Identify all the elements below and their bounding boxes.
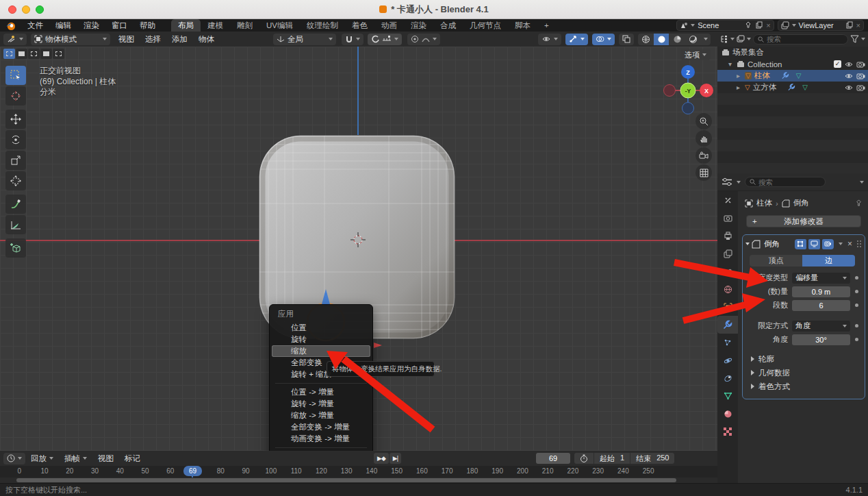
topbar-menu[interactable]: 编辑: [49, 19, 77, 32]
topbar-menu[interactable]: 帮助: [133, 19, 162, 32]
proportional-editing-group[interactable]: [407, 34, 440, 45]
disable-render-camera-icon[interactable]: [856, 84, 865, 91]
shading-wireframe-button[interactable]: [638, 34, 653, 45]
tab-edges[interactable]: 边: [802, 255, 855, 266]
tab-output[interactable]: [717, 227, 738, 245]
workspace-tab[interactable]: 合成: [433, 19, 463, 32]
new-viewlayer-icon[interactable]: [845, 21, 854, 29]
drag-handle-icon[interactable]: [856, 240, 862, 248]
overlays-toggle[interactable]: [592, 34, 615, 45]
tool-move[interactable]: [5, 110, 26, 129]
context-menu-item[interactable]: 缩放: [272, 345, 370, 357]
tab-modifiers[interactable]: [717, 316, 738, 334]
tab-render[interactable]: [717, 209, 738, 227]
breadcrumb-object[interactable]: 柱体: [756, 198, 772, 208]
timeline-scrollbar-thumb[interactable]: [16, 478, 676, 482]
scene-selector[interactable]: Scene ×: [676, 20, 774, 31]
remove-modifier-icon[interactable]: ×: [847, 239, 852, 249]
amount-field[interactable]: 0.9 m: [792, 286, 850, 297]
collection-checkbox[interactable]: ✓: [834, 60, 841, 68]
viewport-menu[interactable]: 视图: [113, 34, 140, 45]
tab-view-layer[interactable]: [717, 245, 738, 262]
viewport-menu[interactable]: 选择: [140, 34, 166, 45]
next-keyframe-button[interactable]: ▶◆: [374, 453, 389, 464]
outliner-filter-icon[interactable]: [737, 35, 745, 43]
angle-field[interactable]: 30°: [792, 334, 850, 345]
tab-object[interactable]: [717, 298, 738, 316]
remove-viewlayer-icon[interactable]: ×: [856, 21, 860, 29]
tab-vertices[interactable]: 顶点: [750, 255, 802, 266]
context-menu-item[interactable]: 全部变换 -> 增量: [272, 421, 370, 433]
tab-material[interactable]: [717, 405, 738, 423]
workspace-tab[interactable]: 布局: [171, 19, 201, 32]
animate-dot-icon[interactable]: [855, 290, 858, 293]
segments-field[interactable]: 6: [792, 300, 850, 311]
workspace-tab[interactable]: 建模: [201, 19, 230, 32]
outliner-row-object[interactable]: ▸ ▽ 立方体 ▽: [717, 82, 868, 93]
ortho-toggle-button[interactable]: [695, 164, 712, 181]
editor-type-button[interactable]: [3, 34, 27, 45]
modifier-name[interactable]: 倒角: [764, 239, 791, 249]
snapping-group[interactable]: [342, 34, 363, 45]
jump-to-end-button[interactable]: ▶|: [390, 453, 401, 464]
tab-tool[interactable]: [717, 191, 738, 209]
outliner-row-scene-collection[interactable]: 场景集合: [717, 47, 868, 58]
collapsed-section[interactable]: 着色方式: [745, 380, 862, 393]
workspace-tab[interactable]: 雕刻: [230, 19, 259, 32]
visibility-dropdown[interactable]: [538, 34, 561, 45]
keying-menu[interactable]: 插帧: [59, 454, 92, 464]
select-mode-extend[interactable]: [16, 49, 27, 59]
playback-menu[interactable]: 回放: [25, 454, 59, 464]
expand-caret-icon[interactable]: ▸: [737, 72, 742, 79]
tab-object-data[interactable]: [717, 387, 738, 405]
camera-view-button[interactable]: [695, 147, 712, 164]
outliner-search[interactable]: [753, 34, 848, 45]
tab-world[interactable]: [717, 280, 738, 298]
hide-eye-icon[interactable]: [844, 84, 854, 91]
width-type-dropdown[interactable]: 偏移量: [792, 273, 850, 284]
current-frame-field[interactable]: 69: [536, 453, 570, 464]
shading-material-button[interactable]: [669, 34, 685, 45]
timeline-editor-button[interactable]: [3, 453, 25, 464]
topbar-menu[interactable]: 渲染: [77, 19, 105, 32]
limit-method-dropdown[interactable]: 角度: [792, 321, 850, 332]
disable-render-camera-icon[interactable]: [856, 73, 865, 79]
timeline-scrollbar[interactable]: [0, 478, 717, 483]
viewport-3d[interactable]: 物体模式 视图选择添加物体 全局: [0, 32, 717, 451]
workspace-tab[interactable]: 渲染: [404, 19, 433, 32]
tab-physics[interactable]: [717, 351, 738, 369]
properties-search[interactable]: [745, 177, 826, 187]
context-menu-item[interactable]: 缩放 -> 增量: [272, 410, 370, 421]
tool-add-cube[interactable]: [5, 238, 26, 258]
topbar-menu[interactable]: 文件: [21, 19, 49, 32]
shading-rendered-button[interactable]: [685, 34, 700, 45]
workspace-tab[interactable]: 纹理绘制: [300, 19, 345, 32]
properties-search-input[interactable]: [758, 178, 806, 186]
tool-scale[interactable]: [5, 151, 26, 170]
expand-caret-icon[interactable]: ▾: [728, 60, 734, 68]
tool-annotate[interactable]: [5, 195, 26, 214]
collapsed-section[interactable]: 几何数据: [745, 366, 862, 380]
expand-caret-icon[interactable]: ▸: [737, 84, 742, 91]
viewport-options-button[interactable]: 选项: [680, 49, 711, 60]
tab-constraints[interactable]: [717, 369, 738, 387]
timeline-ruler[interactable]: 0102030405060708090100110120130140150160…: [0, 466, 717, 478]
context-menu-item[interactable]: 旋转 -> 增量: [272, 398, 370, 410]
pin-icon[interactable]: [744, 21, 752, 29]
modifier-extras-chevron-icon[interactable]: [839, 243, 843, 245]
animate-dot-icon[interactable]: [855, 338, 858, 341]
disable-render-camera-icon[interactable]: [856, 61, 865, 68]
select-mode-subtract[interactable]: [28, 49, 40, 59]
collapsed-section[interactable]: 轮廓: [745, 352, 862, 366]
tool-select-box[interactable]: [5, 66, 26, 85]
playhead-badge[interactable]: 69: [183, 466, 202, 476]
outliner-search-input[interactable]: [767, 35, 815, 43]
context-menu-item[interactable]: 旋转: [272, 334, 370, 345]
context-menu-item[interactable]: 位置 -> 增量: [272, 386, 370, 398]
modifier-render-toggle[interactable]: [822, 239, 834, 249]
zoom-view-button[interactable]: [695, 113, 712, 129]
unlink-scene-icon[interactable]: ×: [766, 21, 770, 29]
pan-view-button[interactable]: [695, 130, 712, 147]
outliner-display-mode-icon[interactable]: [720, 35, 728, 43]
use-preview-range-button[interactable]: [574, 454, 593, 462]
